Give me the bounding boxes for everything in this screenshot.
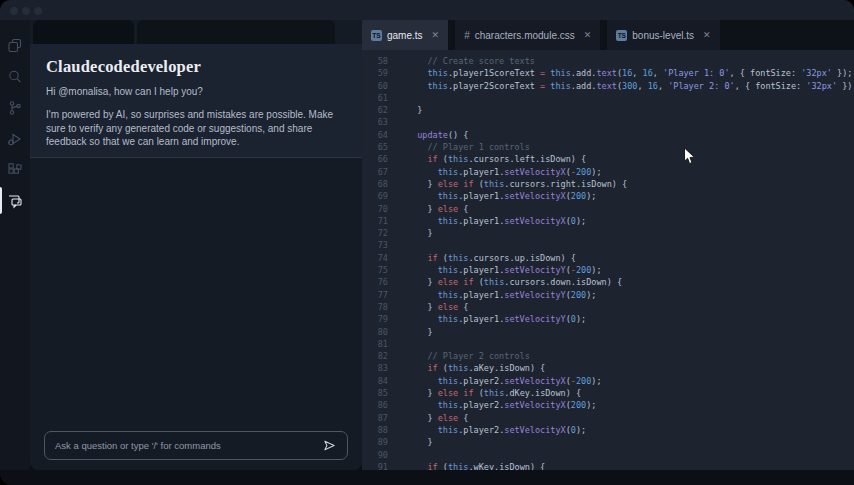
code-line: 67 this.player1.setVelocityX(-200);	[362, 166, 854, 178]
tab-game.ts[interactable]: TSgame.ts✕	[362, 20, 448, 50]
code-line: 69 this.player1.setVelocityX(200);	[362, 190, 854, 202]
sidebar-item-chat[interactable]	[0, 185, 30, 216]
code-line: 85 } else if (this.dKey.isDown) {	[362, 387, 854, 399]
code-line: 79 this.player1.setVelocityY(0);	[362, 313, 854, 325]
line-number: 78	[362, 301, 388, 313]
line-number: 61	[362, 92, 388, 104]
code-line: 64 update() {	[362, 129, 854, 141]
code-line: 63	[362, 116, 854, 128]
line-number: 73	[362, 239, 388, 251]
line-number: 59	[362, 67, 388, 79]
app-window: Claudecodedeveloper Hi @monalisa, how ca…	[0, 0, 854, 485]
code-line: 61	[362, 92, 854, 104]
line-number: 80	[362, 326, 388, 338]
line-number: 77	[362, 289, 388, 301]
send-button[interactable]	[321, 438, 337, 454]
line-number: 68	[362, 178, 388, 190]
code-line: 83 if (this.aKey.isDown) {	[362, 362, 854, 374]
code-line: 84 this.player2.setVelocityX(-200);	[362, 375, 854, 387]
code-line: 88 this.player2.setVelocityX(0);	[362, 424, 854, 436]
line-number: 71	[362, 215, 388, 227]
line-number: 60	[362, 80, 388, 92]
chat-greeting-text: Hi @monalisa, how can I help you?	[46, 86, 346, 97]
sidebar-item-explorer[interactable]	[0, 30, 30, 61]
line-number: 66	[362, 153, 388, 165]
tab-label: characters.module.css	[475, 30, 575, 41]
chat-panel: Claudecodedeveloper Hi @monalisa, how ca…	[30, 20, 362, 470]
mouse-cursor	[683, 147, 696, 166]
send-icon	[323, 439, 336, 452]
line-number: 88	[362, 424, 388, 436]
close-tab-icon[interactable]: ✕	[703, 30, 711, 40]
code-line: 75 this.player1.setVelocityY(-200);	[362, 264, 854, 276]
window-controls	[10, 7, 42, 15]
line-number: 79	[362, 313, 388, 325]
close-tab-icon[interactable]: ✕	[584, 30, 592, 40]
line-number: 86	[362, 399, 388, 411]
chat-input-placeholder: Ask a question or type '/' for commands	[55, 440, 321, 451]
line-number: 75	[362, 264, 388, 276]
sidebar-item-extensions[interactable]	[0, 154, 30, 185]
code-line: 81	[362, 338, 854, 350]
code-line: 78 } else {	[362, 301, 854, 313]
line-number: 70	[362, 203, 388, 215]
chat-header-block	[33, 20, 134, 44]
run-debug-icon	[6, 130, 24, 148]
code-line: 60 this.player2ScoreText = this.add.text…	[362, 80, 854, 92]
tab-bar: TSgame.ts✕#characters.module.css✕TSbonus…	[362, 20, 854, 50]
code-line: 59 this.player1ScoreText = this.add.text…	[362, 67, 854, 79]
code-line: 65 // Player 1 controls	[362, 141, 854, 153]
line-number: 84	[362, 375, 388, 387]
tab-bonus-level.ts[interactable]: TSbonus-level.ts✕	[607, 20, 719, 50]
line-number: 72	[362, 227, 388, 239]
code-line: 91 if (this.wKey.isDown) {	[362, 461, 854, 470]
chat-header-block	[137, 20, 335, 44]
code-line: 74 if (this.cursors.up.isDown) {	[362, 252, 854, 264]
code-line: 86 this.player2.setVelocityX(200);	[362, 399, 854, 411]
activity-bar	[0, 20, 30, 470]
line-number: 58	[362, 55, 388, 67]
code-line: 72 }	[362, 227, 854, 239]
tab-characters.module.css[interactable]: #characters.module.css✕	[455, 20, 600, 50]
git-branch-icon	[6, 99, 24, 117]
line-number: 90	[362, 449, 388, 461]
code-line: 80 }	[362, 326, 854, 338]
line-number: 76	[362, 276, 388, 288]
line-number: 62	[362, 104, 388, 116]
sidebar-item-source-control[interactable]	[0, 92, 30, 123]
line-number: 74	[362, 252, 388, 264]
line-number: 64	[362, 129, 388, 141]
window-close-button[interactable]	[10, 7, 18, 15]
line-number: 82	[362, 350, 388, 362]
line-number: 87	[362, 412, 388, 424]
code-line: 73	[362, 239, 854, 251]
code-line: 82 // Player 2 controls	[362, 350, 854, 362]
code-line: 89 }	[362, 436, 854, 448]
line-number: 85	[362, 387, 388, 399]
typescript-icon: TS	[616, 30, 627, 41]
window-footer	[0, 470, 854, 485]
window-minimize-button[interactable]	[22, 7, 30, 15]
window-maximize-button[interactable]	[34, 7, 42, 15]
line-number: 89	[362, 436, 388, 448]
line-number: 69	[362, 190, 388, 202]
code-area[interactable]: 58 // Create score texts59 this.player1S…	[362, 50, 854, 470]
sidebar-item-run-debug[interactable]	[0, 123, 30, 154]
line-number: 63	[362, 116, 388, 128]
code-line: 58 // Create score texts	[362, 55, 854, 67]
code-line: 70 } else {	[362, 203, 854, 215]
code-line: 68 } else if (this.cursors.right.isDown)…	[362, 178, 854, 190]
code-editor: TSgame.ts✕#characters.module.css✕TSbonus…	[362, 20, 854, 470]
close-tab-icon[interactable]: ✕	[432, 30, 440, 40]
code-line: 71 this.player1.setVelocityX(0);	[362, 215, 854, 227]
line-number: 83	[362, 362, 388, 374]
code-line: 77 this.player1.setVelocityY(200);	[362, 289, 854, 301]
chat-input[interactable]: Ask a question or type '/' for commands	[44, 431, 348, 460]
line-number: 65	[362, 141, 388, 153]
typescript-icon: TS	[371, 30, 382, 41]
sidebar-item-search[interactable]	[0, 61, 30, 92]
chat-icon	[6, 192, 24, 210]
chat-panel-header	[30, 20, 362, 44]
line-number: 67	[362, 166, 388, 178]
active-view-indicator	[0, 187, 2, 214]
